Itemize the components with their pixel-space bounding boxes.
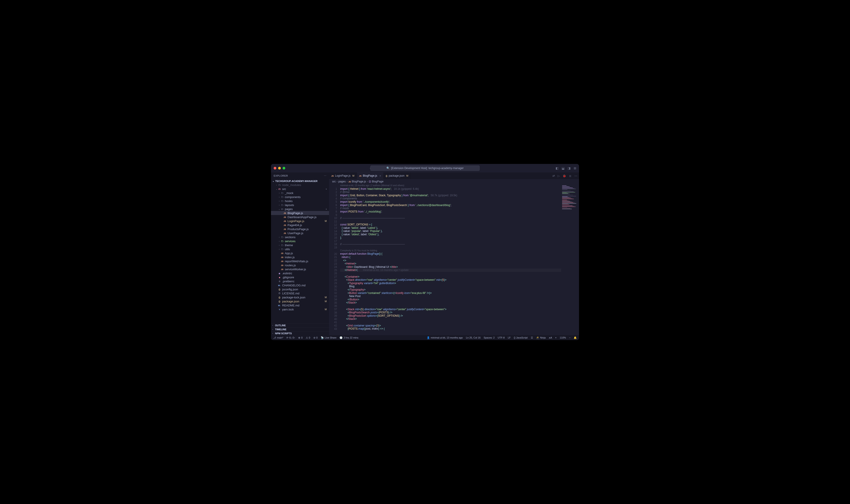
sidebar-section-timeline[interactable]: ›TIMELINE xyxy=(271,327,329,331)
code-line[interactable]: const SORT_OPTIONS = [ xyxy=(340,223,561,226)
line-number[interactable]: 5 xyxy=(329,200,337,204)
line-number[interactable]: 20 xyxy=(329,252,337,256)
tree-item-src[interactable]: ⌄src● xyxy=(271,187,329,191)
layout-panel-bottom-icon[interactable]: ⬓ xyxy=(561,166,565,170)
tab-package.json[interactable]: package.jsonM xyxy=(383,173,411,179)
layout-customize-icon[interactable]: ⊞ xyxy=(574,166,576,170)
code-line[interactable]: export default function BlogPage() { xyxy=(340,252,561,256)
code-line[interactable]: import { BlogPostCard, BlogPostsSort, Bl… xyxy=(340,204,561,207)
code-line[interactable]: <Helmet> xyxy=(340,262,561,265)
code-line[interactable]: <Grid container spacing={3}> xyxy=(340,324,561,327)
line-number[interactable]: 38 xyxy=(329,311,337,314)
code-line[interactable]: // -------------------------------------… xyxy=(340,217,561,220)
code-line[interactable]: </Stack> xyxy=(340,317,561,321)
tree-item-sections[interactable]: ›sections xyxy=(271,235,329,239)
statusbar-item[interactable]: ⚠0 xyxy=(306,336,310,339)
line-number[interactable]: 28 xyxy=(329,278,337,282)
statusbar-item[interactable]: 👤minimal-ui-kit, 13 months ago xyxy=(427,336,463,339)
close-window-button[interactable] xyxy=(274,167,276,169)
statusbar-item[interactable]: LF xyxy=(508,336,511,339)
code-line[interactable]: import Iconify from '../components/iconi… xyxy=(340,200,561,204)
tree-item-hooks[interactable]: ›hooks xyxy=(271,199,329,203)
code-line[interactable]: // -------------------------------------… xyxy=(340,242,561,246)
code-line[interactable]: </Button> xyxy=(340,298,561,301)
tree-item-Page404.js[interactable]: Page404.js xyxy=(271,223,329,227)
statusbar-item[interactable]: Spaces: 2 xyxy=(484,336,495,339)
line-number[interactable]: 29 xyxy=(329,282,337,285)
code-line[interactable]: // components xyxy=(340,197,561,200)
statusbar-item[interactable]: ⎇main* xyxy=(273,336,283,339)
line-number[interactable]: 10 xyxy=(329,217,337,220)
code-line[interactable]: import POSTS from '../_mock/blog'; xyxy=(340,210,561,213)
close-tab-icon[interactable]: × xyxy=(380,174,381,178)
line-number[interactable]: 3 xyxy=(329,194,337,197)
line-number[interactable]: 19 xyxy=(329,246,337,249)
line-number[interactable]: 21 xyxy=(329,256,337,259)
line-number[interactable]: 9 xyxy=(329,213,337,217)
tree-item-App.js[interactable]: App.js xyxy=(271,251,329,255)
tree-item-package.json[interactable]: package.jsonM xyxy=(271,299,329,303)
line-number[interactable]: 11 xyxy=(329,220,337,223)
tree-item-README.md[interactable]: README.md xyxy=(271,303,329,307)
code-line[interactable] xyxy=(340,246,561,249)
code-line[interactable]: <Stack mb={5} direction="row" alignItems… xyxy=(340,308,561,311)
minimap[interactable] xyxy=(561,184,579,335)
code-line[interactable]: import { Helmet } from 'react-helmet-asy… xyxy=(340,187,561,191)
tree-item-jsconfig.json[interactable]: jsconfig.json xyxy=(271,287,329,291)
maximize-window-button[interactable] xyxy=(282,167,285,169)
tree-item-.gitignore[interactable]: .gitignore xyxy=(271,275,329,279)
statusbar-item[interactable]: 🔔 xyxy=(574,336,577,339)
line-number[interactable]: 25 xyxy=(329,269,337,272)
line-number[interactable]: 31 xyxy=(329,288,337,291)
breadcrumbs[interactable]: src›pages›BlogPage.js›⊡BlogPage xyxy=(329,179,579,184)
tree-item-CHANGELOG.md[interactable]: CHANGELOG.md xyxy=(271,283,329,287)
tree-item-.prettierrc[interactable]: .prettierrc xyxy=(271,279,329,283)
code-lens[interactable]: Complexity is 15 You must be kidding xyxy=(340,249,561,252)
statusbar-item[interactable]: UTF-8 xyxy=(498,336,505,339)
line-number[interactable]: 36 xyxy=(329,304,337,308)
line-number[interactable]: 6 xyxy=(329,204,337,207)
tree-item-.eslintrc[interactable]: .eslintrc xyxy=(271,271,329,275)
tab-LoginPage.js[interactable]: LoginPage.jsM xyxy=(329,173,357,179)
line-number[interactable]: 16 xyxy=(329,236,337,239)
code-line[interactable]: <Button variant="contained" startIcon={<… xyxy=(340,291,561,295)
tree-item-BlogPage.js[interactable]: BlogPage.js xyxy=(271,211,329,215)
breadcrumb-item[interactable]: ⊡BlogPage xyxy=(369,180,383,183)
minimize-window-button[interactable] xyxy=(278,167,281,169)
code-line[interactable]: Blog xyxy=(340,285,561,288)
line-number[interactable]: 37 xyxy=(329,308,337,311)
code-line[interactable]: // @mui xyxy=(340,191,561,194)
line-number[interactable]: 34 xyxy=(329,298,337,301)
code-line[interactable]: <title> Dashboard: Blog | Minimal UI </t… xyxy=(340,265,561,269)
statusbar-item[interactable]: − xyxy=(569,336,571,339)
tree-item-index.js[interactable]: index.js xyxy=(271,255,329,259)
code-line[interactable]: { value: 'popular', label: 'Popular' }, xyxy=(340,230,561,233)
code-line[interactable]: import { Grid, Button, Container, Stack,… xyxy=(340,194,561,197)
code-line[interactable]: <> xyxy=(340,259,561,262)
tree-item-LoginPage.js[interactable]: LoginPage.jsM xyxy=(271,219,329,223)
line-number[interactable]: 12 xyxy=(329,223,337,227)
breadcrumb-item[interactable]: src xyxy=(332,180,336,183)
editor[interactable]: 12345678910111213141516171819 2021222324… xyxy=(329,184,579,335)
tree-item-DashboardAppPage.js[interactable]: DashboardAppPage.js xyxy=(271,215,329,219)
line-number[interactable]: 23 xyxy=(329,262,337,266)
statusbar-item[interactable]: ☰ xyxy=(531,336,533,339)
tree-item-serviceWorker.js[interactable]: serviceWorker.js xyxy=(271,267,329,271)
code-line[interactable]: ]; xyxy=(340,236,561,239)
line-number[interactable]: 13 xyxy=(329,226,337,230)
tree-item-services[interactable]: ›services xyxy=(271,239,329,243)
line-number[interactable]: 2 xyxy=(329,191,337,194)
tree-item-ProductsPage.js[interactable]: ProductsPage.js xyxy=(271,227,329,231)
tree-item-reportWebVitals.js[interactable]: reportWebVitals.js xyxy=(271,259,329,263)
statusbar-item[interactable]: ᴀA xyxy=(549,336,552,339)
code-line[interactable]: { value: 'oldest', label: 'Oldest' }, xyxy=(340,233,561,236)
code-line[interactable]: 💡 </Helmet> minimal-ui-kit, 13 months ag… xyxy=(340,269,561,272)
line-number[interactable]: 40 xyxy=(329,318,337,321)
tree-item-theme[interactable]: ›theme xyxy=(271,243,329,247)
statusbar-item[interactable]: 🕐3 hrs 22 mins xyxy=(340,336,358,339)
tree-item-utils[interactable]: ›utils xyxy=(271,247,329,251)
line-number[interactable]: 39 xyxy=(329,314,337,318)
line-number[interactable]: 14 xyxy=(329,230,337,233)
code-line[interactable]: New Post xyxy=(340,294,561,298)
line-number[interactable]: 43 xyxy=(329,327,337,331)
